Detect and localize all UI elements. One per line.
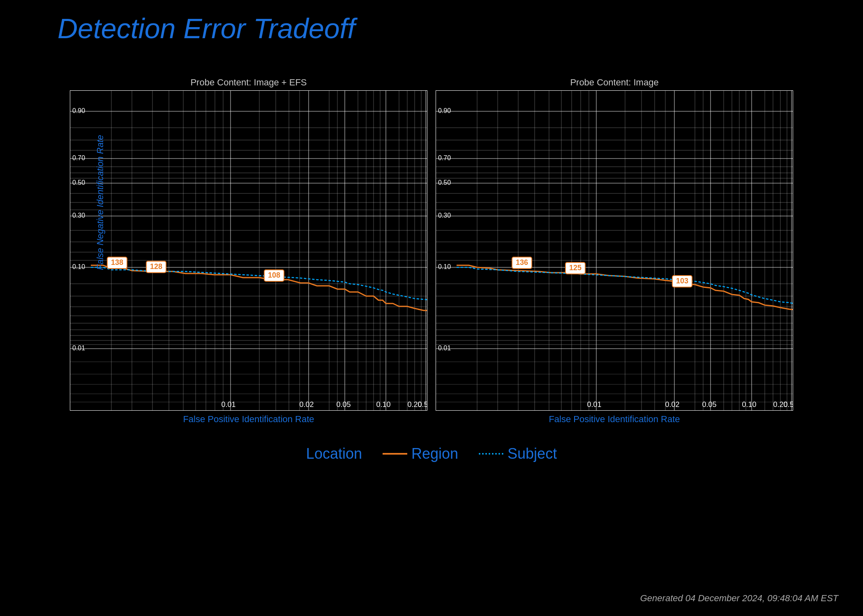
svg-text:0.01: 0.01 [587,400,601,409]
svg-text:0.05: 0.05 [702,400,716,409]
svg-text:0.50: 0.50 [783,400,793,409]
chart-left-subtitle: Probe Content: Image + EFS [190,77,307,88]
chart-right-subtitle: Probe Content: Image [570,77,658,88]
svg-text:128: 128 [150,262,162,271]
legend-subject-label: Subject [508,445,557,462]
legend-location-label: Location [306,445,362,462]
legend-region-line [383,453,407,455]
svg-text:0.02: 0.02 [665,400,679,409]
page-title: Detection Error Tradeoff [0,0,863,44]
footer: Generated 04 December 2024, 09:48:04 AM … [640,593,838,604]
svg-text:0.30: 0.30 [72,212,85,219]
x-axis-label-right: False Positive Identification Rate [436,414,793,425]
legend-subject: Subject [479,445,557,462]
y-axis-label: False Negative Identification Rate [95,135,106,270]
svg-text:0.70: 0.70 [438,154,451,161]
svg-rect-0 [70,91,427,411]
svg-text:0.50: 0.50 [418,400,427,409]
svg-text:0.10: 0.10 [438,263,451,270]
svg-text:0.10: 0.10 [72,263,85,270]
x-axis-label-left: False Positive Identification Rate [70,414,427,425]
svg-text:0.90: 0.90 [438,107,451,114]
svg-text:0.01: 0.01 [438,345,451,352]
chart-left-area: 0.90 0.70 0.50 0.30 0.10 0.01 0.01 0.02 … [70,90,427,411]
legend-region: Region [383,445,458,462]
charts-container: False Negative Identification Rate Probe… [0,77,863,425]
svg-text:0.70: 0.70 [72,154,85,161]
legend-subject-line [479,453,503,455]
svg-text:0.01: 0.01 [221,400,235,409]
svg-text:103: 103 [676,277,688,285]
svg-text:0.10: 0.10 [742,400,756,409]
svg-text:108: 108 [268,271,280,279]
svg-text:0.01: 0.01 [72,345,85,352]
chart-right-area: 0.90 0.70 0.50 0.30 0.10 0.01 0.01 0.02 … [436,90,793,411]
legend-region-label: Region [411,445,458,462]
legend-location: Location [306,445,362,462]
chart-left-wrapper: False Negative Identification Rate Probe… [70,77,427,425]
svg-text:0.10: 0.10 [376,400,390,409]
svg-text:0.05: 0.05 [336,400,351,409]
svg-text:0.30: 0.30 [438,212,451,219]
svg-rect-80 [436,91,793,411]
chart-right-wrapper: Probe Content: Image [436,77,793,425]
svg-text:0.02: 0.02 [299,400,314,409]
svg-text:136: 136 [516,258,528,267]
svg-text:125: 125 [569,264,581,272]
svg-text:0.50: 0.50 [72,179,85,186]
legend-container: Location Region Subject [0,445,863,462]
svg-text:0.50: 0.50 [438,179,451,186]
svg-text:138: 138 [111,258,123,267]
svg-text:0.90: 0.90 [72,107,85,114]
